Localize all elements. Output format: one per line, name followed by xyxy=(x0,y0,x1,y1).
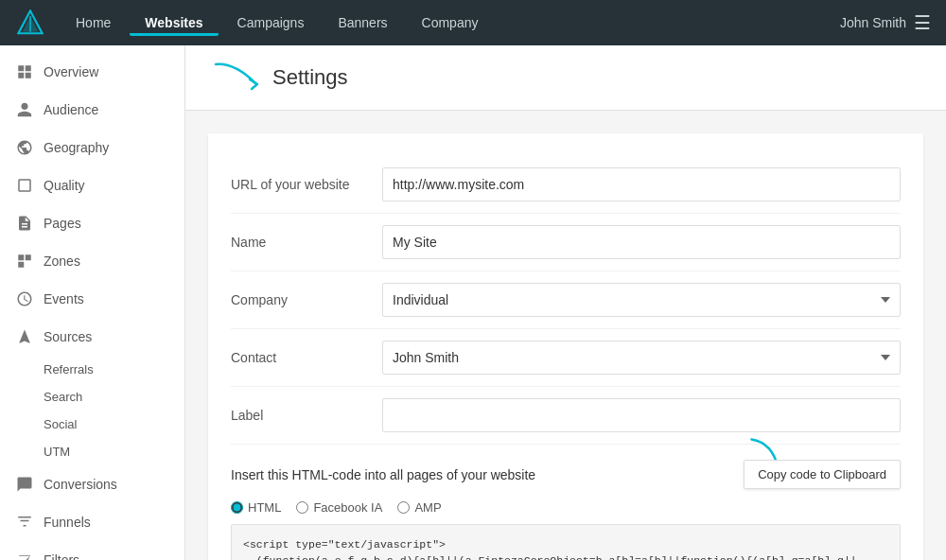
sidebar-label-sources: Sources xyxy=(44,329,92,344)
sources-icon xyxy=(15,327,34,346)
radio-group: HTML Facebook IA AMP xyxy=(231,500,901,515)
user-name: John Smith xyxy=(840,15,906,30)
pages-icon xyxy=(15,214,34,233)
sidebar-label-filters: Filters xyxy=(44,552,79,560)
sidebar-label-conversions: Conversions xyxy=(44,477,117,492)
sidebar-item-pages[interactable]: Pages xyxy=(0,204,184,242)
sidebar-item-overview[interactable]: Overview xyxy=(0,53,184,91)
url-input[interactable] xyxy=(382,167,901,201)
copy-clipboard-button[interactable]: Copy code to Clipboard xyxy=(744,460,901,489)
funnels-icon xyxy=(15,513,34,532)
sidebar-item-conversions[interactable]: Conversions xyxy=(0,465,184,503)
form-row-company: Company Individual xyxy=(231,271,901,329)
page-header: Settings xyxy=(185,45,946,111)
code-section: Insert this HTML-code into all pages of … xyxy=(231,460,901,560)
topnav: Home Websites Campaigns Banners Company … xyxy=(0,0,946,45)
logo[interactable] xyxy=(15,8,45,38)
code-description: Insert this HTML-code into all pages of … xyxy=(231,467,535,482)
contact-label: Contact xyxy=(231,350,382,365)
conversions-icon xyxy=(15,475,34,494)
overview-icon xyxy=(15,62,34,81)
name-input[interactable] xyxy=(382,225,901,259)
company-select[interactable]: Individual xyxy=(382,283,901,317)
sidebar-label-quality: Quality xyxy=(44,178,85,193)
page-title: Settings xyxy=(272,65,348,90)
quality-icon xyxy=(15,176,34,195)
form-row-label: Label xyxy=(231,387,901,445)
sidebar-label-events: Events xyxy=(44,291,84,306)
form-row-url: URL of your website xyxy=(231,156,901,214)
sidebar-item-funnels[interactable]: Funnels xyxy=(0,503,184,541)
geography-icon xyxy=(15,138,34,157)
nav-items: Home Websites Campaigns Banners Company xyxy=(61,9,840,36)
sidebar-label-overview: Overview xyxy=(44,64,98,79)
sidebar-item-referrals[interactable]: Referrals xyxy=(44,356,184,383)
sidebar-item-quality[interactable]: Quality xyxy=(0,166,184,204)
sidebar-sources-sub: Referrals Search Social UTM xyxy=(0,356,184,465)
sidebar-item-filters[interactable]: Filters xyxy=(0,541,184,560)
copy-btn-wrapper: Copy code to Clipboard xyxy=(744,460,901,489)
sidebar-item-search[interactable]: Search xyxy=(44,383,184,411)
form-row-contact: Contact John Smith xyxy=(231,329,901,387)
sidebar: Overview Audience Geography Quality Page… xyxy=(0,45,185,560)
nav-banners[interactable]: Banners xyxy=(323,9,402,36)
audience-icon xyxy=(15,100,34,119)
nav-company[interactable]: Company xyxy=(407,9,494,36)
sidebar-label-geography: Geography xyxy=(44,140,109,155)
code-header: Insert this HTML-code into all pages of … xyxy=(231,460,901,489)
arrow-decoration xyxy=(208,61,261,95)
radio-facebook[interactable]: Facebook IA xyxy=(296,500,382,515)
radio-html[interactable]: HTML xyxy=(231,500,281,515)
sidebar-item-geography[interactable]: Geography xyxy=(0,129,184,166)
form-content: URL of your website Name Company Individ… xyxy=(185,111,946,560)
nav-campaigns[interactable]: Campaigns xyxy=(222,9,320,36)
sidebar-item-social[interactable]: Social xyxy=(44,411,184,438)
sidebar-label-pages: Pages xyxy=(44,216,81,231)
menu-icon[interactable]: ☰ xyxy=(914,11,931,34)
sidebar-label-funnels: Funnels xyxy=(44,515,91,530)
topnav-right: John Smith ☰ xyxy=(840,11,931,34)
company-label: Company xyxy=(231,292,382,307)
form-row-name: Name xyxy=(231,214,901,271)
url-label: URL of your website xyxy=(231,177,382,192)
name-label: Name xyxy=(231,235,382,250)
code-box: <script type="text/javascript"> (functio… xyxy=(231,524,901,560)
zones-icon xyxy=(15,252,34,271)
sidebar-item-zones[interactable]: Zones xyxy=(0,242,184,280)
sidebar-item-utm[interactable]: UTM xyxy=(44,438,184,465)
contact-select[interactable]: John Smith xyxy=(382,341,901,375)
nav-home[interactable]: Home xyxy=(61,9,126,36)
settings-card: URL of your website Name Company Individ… xyxy=(208,133,923,560)
sidebar-item-events[interactable]: Events xyxy=(0,280,184,318)
sidebar-label-zones: Zones xyxy=(44,254,80,269)
radio-amp[interactable]: AMP xyxy=(397,500,441,515)
filters-icon xyxy=(15,551,34,560)
label-label: Label xyxy=(231,408,382,423)
sidebar-item-sources[interactable]: Sources xyxy=(0,318,184,356)
sidebar-item-audience[interactable]: Audience xyxy=(0,91,184,129)
label-input[interactable] xyxy=(382,398,901,432)
nav-websites[interactable]: Websites xyxy=(130,9,218,36)
events-icon xyxy=(15,289,34,308)
sidebar-label-audience: Audience xyxy=(44,102,98,117)
main-content: Settings URL of your website Name Compan… xyxy=(185,45,946,560)
